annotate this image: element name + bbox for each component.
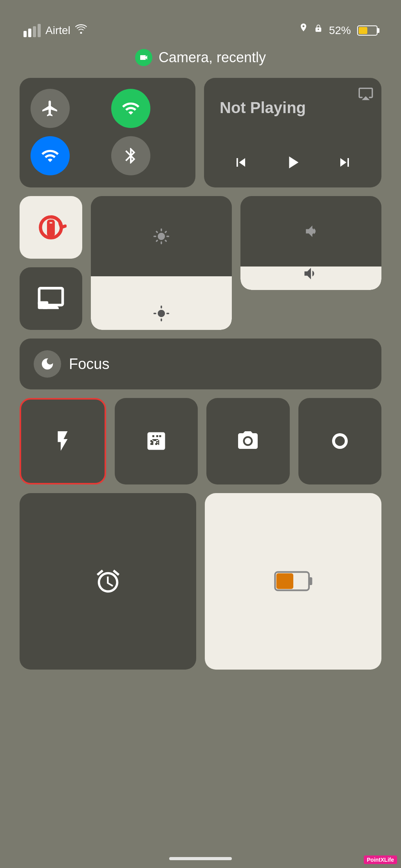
control-center: Not Playing (0, 78, 401, 670)
camera-banner: Camera, recently (135, 49, 266, 66)
brightness-icon (153, 305, 170, 324)
camera-button[interactable] (206, 398, 290, 484)
battery-percent: 52% (329, 24, 351, 37)
lock-rotation-button[interactable] (20, 196, 82, 259)
connectivity-tile (20, 78, 195, 187)
clock-button[interactable] (20, 493, 196, 670)
airplane-mode-button[interactable] (31, 89, 70, 128)
row-focus: Focus (20, 339, 381, 389)
row-connectivity-media: Not Playing (20, 78, 381, 187)
signal-bars (23, 24, 41, 37)
airplay-icon[interactable] (358, 86, 374, 103)
svg-point-4 (335, 436, 345, 446)
camera-banner-text: Camera, recently (159, 49, 266, 66)
screen-mirror-button[interactable] (20, 267, 82, 330)
volume-fill (240, 267, 381, 290)
camera-indicator-dot (135, 49, 152, 66)
battery-widget-button[interactable] (205, 493, 381, 670)
svg-rect-2 (38, 301, 49, 309)
status-bar: Airtel 52% (0, 0, 401, 45)
previous-track-button[interactable] (232, 154, 249, 173)
volume-slider[interactable] (240, 196, 381, 290)
status-right: 52% (299, 23, 378, 37)
calculator-button[interactable] (115, 398, 198, 484)
next-track-button[interactable] (336, 154, 353, 173)
row-quick-tiles (20, 398, 381, 484)
brightness-fill (91, 276, 232, 330)
status-left: Airtel (23, 24, 87, 37)
lock-icon (314, 23, 323, 37)
focus-label: Focus (69, 356, 109, 373)
wifi-toggle-button[interactable] (31, 136, 70, 175)
media-player-tile[interactable]: Not Playing (204, 78, 381, 187)
screen-record-button[interactable] (298, 398, 382, 484)
volume-icon (302, 265, 320, 284)
location-icon (299, 23, 308, 37)
watermark: PointXLife (364, 855, 397, 864)
play-pause-button[interactable] (282, 152, 303, 174)
wifi-status-icon (75, 24, 87, 36)
now-playing-status: Not Playing (216, 99, 370, 117)
flashlight-button[interactable] (20, 398, 106, 484)
svg-rect-7 (276, 573, 293, 589)
bluetooth-toggle-button[interactable] (111, 136, 150, 175)
brightness-slider[interactable] (91, 196, 232, 330)
row-controls-sliders (20, 196, 381, 330)
carrier-name: Airtel (45, 24, 70, 37)
svg-rect-1 (48, 221, 53, 225)
svg-rect-6 (309, 577, 312, 585)
moon-icon (34, 350, 61, 378)
row-alarm-battery (20, 493, 381, 670)
cellular-button[interactable] (111, 89, 150, 128)
home-indicator[interactable] (169, 857, 232, 860)
battery-indicator (357, 25, 378, 36)
focus-button[interactable]: Focus (20, 339, 381, 389)
media-controls (216, 148, 370, 178)
